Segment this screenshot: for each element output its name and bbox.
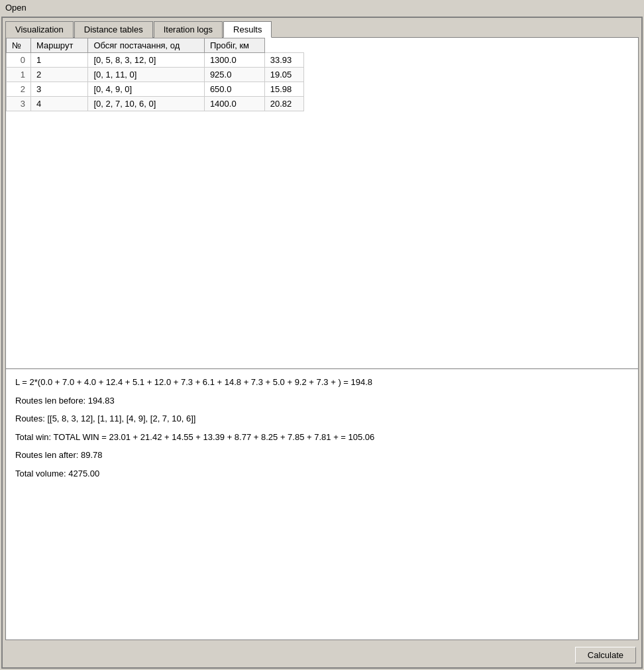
table-row: 01[0, 5, 8, 3, 12, 0]1300.033.93 xyxy=(7,53,304,68)
row-index: 1 xyxy=(7,68,31,82)
row-num: 1 xyxy=(30,53,87,68)
table-row: 23[0, 4, 9, 0]650.015.98 xyxy=(7,82,304,97)
row-num: 4 xyxy=(30,97,87,111)
row-distance: 15.98 xyxy=(264,82,303,97)
routes-len-after-line: Routes len after: 89.78 xyxy=(15,449,629,462)
tab-distance-tables[interactable]: Distance tables xyxy=(74,21,153,38)
content-area: № Маршрут Обсяг постачання, од Пробіг, к… xyxy=(5,37,639,640)
total-win-line: Total win: TOTAL WIN = 23.01 + 21.42 + 1… xyxy=(15,431,629,444)
tab-results[interactable]: Results xyxy=(223,21,272,38)
row-distance: 33.93 xyxy=(264,53,303,68)
results-table: № Маршрут Обсяг постачання, од Пробіг, к… xyxy=(6,38,304,111)
routes-line: Routes: [[5, 8, 3, 12], [1, 11], [4, 9],… xyxy=(15,412,629,425)
table-section: № Маршрут Обсяг постачання, од Пробіг, к… xyxy=(6,38,638,369)
row-num: 2 xyxy=(30,68,87,82)
formula-line: L = 2*(0.0 + 7.0 + 4.0 + 12.4 + 5.1 + 12… xyxy=(15,376,629,389)
main-window: Visualization Distance tables Iteration … xyxy=(1,17,643,669)
col-header-index: № xyxy=(7,38,31,53)
row-route: [0, 2, 7, 10, 6, 0] xyxy=(88,97,204,111)
summary-section: L = 2*(0.0 + 7.0 + 4.0 + 12.4 + 5.1 + 12… xyxy=(6,369,638,640)
title-label: Open xyxy=(5,3,27,13)
title-bar: Open xyxy=(0,0,644,15)
row-volume: 650.0 xyxy=(204,82,264,97)
footer: Calculate xyxy=(3,643,641,667)
row-index: 0 xyxy=(7,53,31,68)
row-route: [0, 1, 11, 0] xyxy=(88,68,204,82)
row-distance: 19.05 xyxy=(264,68,303,82)
tab-visualization[interactable]: Visualization xyxy=(5,21,74,38)
row-distance: 20.82 xyxy=(264,97,303,111)
row-volume: 925.0 xyxy=(204,68,264,82)
tab-iteration-logs[interactable]: Iteration logs xyxy=(154,21,223,38)
row-route: [0, 4, 9, 0] xyxy=(88,82,204,97)
routes-len-before-line: Routes len before: 194.83 xyxy=(15,394,629,408)
col-header-distance: Пробіг, км xyxy=(204,38,264,53)
row-volume: 1300.0 xyxy=(204,53,264,68)
row-volume: 1400.0 xyxy=(204,97,264,111)
row-index: 2 xyxy=(7,82,31,97)
table-row: 12[0, 1, 11, 0]925.019.05 xyxy=(7,68,304,82)
total-volume-line: Total volume: 4275.00 xyxy=(15,467,629,480)
col-header-volume: Обсяг постачання, од xyxy=(88,38,204,53)
row-num: 3 xyxy=(30,82,87,97)
row-index: 3 xyxy=(7,97,31,111)
tabs-bar: Visualization Distance tables Iteration … xyxy=(3,18,641,37)
table-row: 34[0, 2, 7, 10, 6, 0]1400.020.82 xyxy=(7,97,304,111)
row-route: [0, 5, 8, 3, 12, 0] xyxy=(88,53,204,68)
col-header-route: Маршрут xyxy=(30,38,87,53)
calculate-button[interactable]: Calculate xyxy=(575,647,636,663)
